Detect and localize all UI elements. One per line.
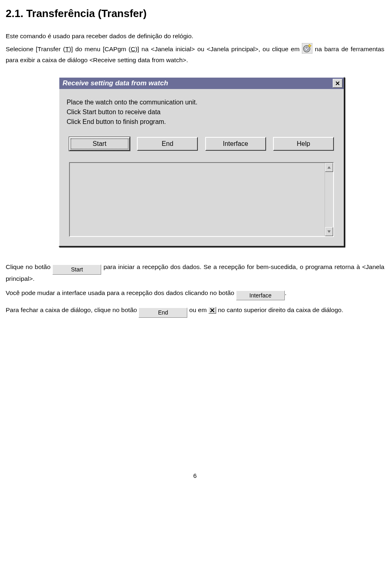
text: Selecione [Transfer (	[6, 46, 65, 52]
dialog-message-2: Click Start button to receive data	[67, 108, 336, 116]
interface-button[interactable]: Interface	[205, 137, 266, 151]
transfer-toolbar-icon	[302, 43, 312, 56]
close-icon	[335, 81, 340, 86]
dialog-body: Place the watch onto the communication u…	[59, 89, 344, 246]
text: no canto superior direito da caixa de di…	[216, 306, 343, 313]
close-icon	[210, 308, 215, 313]
dialog-message-1: Place the watch onto the communication u…	[67, 99, 336, 106]
paragraph-start: Clique no botão Start para iniciar a rec…	[6, 263, 384, 283]
dialog-log-area[interactable]	[69, 162, 334, 237]
page-number: 6	[6, 472, 384, 486]
chevron-up-icon	[327, 166, 331, 169]
dialog-titlebar: Receive setting data from watch	[59, 78, 344, 89]
text: )] do menu [CAPgm (	[69, 46, 131, 52]
paragraph-interface: Você pode mudar a interface usada para a…	[6, 289, 384, 301]
paragraph-intro: Este comando é usado para receber dados …	[6, 32, 384, 41]
section-heading: 2.1. Transferência (Transfer)	[6, 7, 384, 20]
paragraph-close: Para fechar a caixa de diálogo, clique n…	[6, 306, 384, 318]
end-button[interactable]: End	[137, 137, 198, 151]
scrollbar[interactable]	[325, 163, 333, 236]
dialog-close-button[interactable]	[333, 79, 342, 88]
inline-interface-button: Interface	[236, 291, 285, 301]
inline-start-button: Start	[52, 265, 101, 275]
hotkey-t: T	[65, 46, 69, 52]
text: Você pode mudar a interface usada para a…	[6, 289, 236, 296]
dialog-screenshot: Receive setting data from watch Place th…	[58, 77, 384, 247]
dialog-button-row: Start End Interface Help	[69, 137, 334, 151]
paragraph-instruction: Selecione [Transfer (T)] do menu [CAPgm …	[6, 43, 384, 65]
scroll-down-button[interactable]	[325, 227, 333, 236]
text: )] na <Janela inicial> ou <Janela princi…	[135, 46, 302, 52]
start-button[interactable]: Start	[69, 137, 130, 151]
dialog-message-3: Click End button to finish program.	[67, 118, 336, 126]
dialog-title: Receive setting data from watch	[63, 79, 168, 87]
text: ou em	[187, 306, 208, 313]
inline-close-button	[208, 307, 216, 314]
inline-end-button: End	[139, 308, 187, 318]
receive-dialog: Receive setting data from watch Place th…	[58, 77, 344, 247]
scroll-up-button[interactable]	[325, 163, 333, 172]
text: Clique no botão	[6, 263, 52, 270]
hotkey-c: C	[131, 46, 135, 52]
chevron-down-icon	[327, 230, 331, 233]
text: .	[285, 289, 286, 296]
help-button[interactable]: Help	[273, 137, 334, 151]
text: Para fechar a caixa de diálogo, clique n…	[6, 306, 139, 313]
